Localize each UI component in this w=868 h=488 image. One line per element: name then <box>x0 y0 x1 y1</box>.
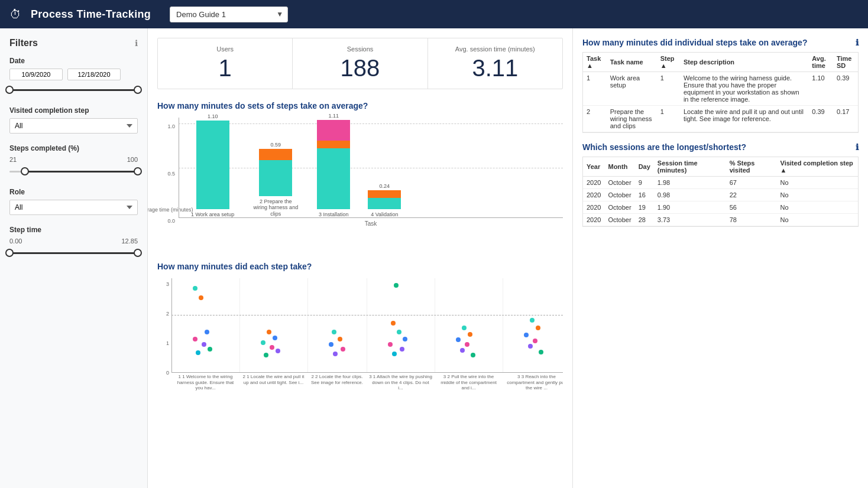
cell-pct-steps: 67 <box>726 177 777 189</box>
stats-row: Users 1 Sessions 188 Avg. session time (… <box>157 38 563 89</box>
cell-task-name: Prepare the wiring harness and clips <box>607 106 657 132</box>
scatter-chart-wrapper: Step time (minutes) <box>171 278 563 408</box>
avg-steps-table-wrapper[interactable]: Task ▲ Task name Step ▲ Step description… <box>582 52 859 133</box>
dot <box>333 352 338 356</box>
dot <box>332 330 336 334</box>
cell-step: 1 <box>657 106 680 132</box>
cell-month: October <box>604 214 634 226</box>
dot <box>460 348 465 353</box>
date-filter: Date <box>9 57 138 96</box>
users-stat: Users 1 <box>158 38 293 89</box>
cell-year: 2020 <box>583 201 604 214</box>
cell-year: 2020 <box>583 214 604 226</box>
filters-info-icon[interactable]: ℹ <box>135 38 138 48</box>
table-row: 2020 October 9 1.98 67 No <box>583 177 858 189</box>
col-description: Step description <box>680 53 808 72</box>
table-row: 2020 October 28 3.73 78 No <box>583 214 858 226</box>
step-time-slider[interactable] <box>9 247 138 259</box>
date-label: Date <box>9 57 138 65</box>
y-label-0.5: 0.5 <box>167 171 175 177</box>
table-row: 2020 October 19 1.90 56 No <box>583 201 858 214</box>
completion-step-select[interactable]: All <box>9 118 138 134</box>
bar-chart-section: How many minutes do sets of steps take o… <box>157 101 563 248</box>
dot <box>400 347 404 352</box>
dot <box>528 344 533 349</box>
scatter-chart-title: How many minutes did each step take? <box>157 262 563 271</box>
avg-session-label: Avg. session time (minutes) <box>438 45 553 53</box>
completion-step-label: Visited completion step <box>9 106 138 115</box>
dot <box>392 352 397 356</box>
table-row: 2020 October 16 0.98 22 No <box>583 189 858 201</box>
cell-completion: No <box>777 189 859 201</box>
bar-x-axis-label: Task <box>179 220 563 227</box>
dot <box>193 337 197 341</box>
bar-group-3: 1.11 3 Installation <box>317 113 350 217</box>
dot <box>264 353 268 357</box>
cell-day: 16 <box>635 189 654 201</box>
users-label: Users <box>167 45 283 53</box>
avg-steps-info-icon[interactable]: ℹ <box>856 38 859 47</box>
dot <box>530 318 535 323</box>
scatter-xlabel-2: 2 1 Locate the wire and pull it up and o… <box>239 373 307 392</box>
sessions-info-icon[interactable]: ℹ <box>856 142 859 152</box>
scatter-col-1 <box>172 278 240 372</box>
step-time-max-value: 12.85 <box>121 238 138 245</box>
bar-value-4: 0.24 <box>380 183 390 189</box>
dot <box>261 340 265 345</box>
cell-session-time: 1.90 <box>654 201 726 214</box>
sessions-stat: Sessions 188 <box>293 38 427 89</box>
dot <box>270 345 274 350</box>
date-range-slider[interactable] <box>9 84 138 96</box>
scatter-y-labels: 3 2 1 0 <box>157 278 169 408</box>
sessions-table-wrapper[interactable]: Year Month Day Session time (minutes) % … <box>582 157 859 227</box>
dot <box>205 330 209 334</box>
cell-time-sd: 0.17 <box>833 106 858 132</box>
bar-4-teal <box>368 198 401 209</box>
cell-day: 9 <box>635 177 654 189</box>
scatter-col-5 <box>435 278 503 372</box>
cell-pct-steps: 78 <box>726 214 777 226</box>
dot <box>468 332 472 337</box>
date-start-input[interactable] <box>9 69 63 80</box>
dot <box>397 330 401 334</box>
date-end-input[interactable] <box>67 69 121 80</box>
steps-completed-label: Steps completed (%) <box>9 144 138 152</box>
filters-title: Filters <box>9 38 38 48</box>
sessions-table: Year Month Day Session time (minutes) % … <box>583 157 858 226</box>
steps-max-value: 100 <box>127 156 138 163</box>
bar-label-4: 4 Validation <box>371 212 398 217</box>
sessions-value: 188 <box>302 55 417 82</box>
completion-step-filter: Visited completion step All <box>9 106 138 134</box>
scatter-xlabel-5: 3 2 Pull the wire into the middle of the… <box>435 373 503 392</box>
dot <box>471 353 475 357</box>
bar-3-teal <box>317 148 350 209</box>
col-session-time: Session time (minutes) <box>654 157 726 177</box>
dot <box>199 295 203 300</box>
dot <box>465 342 469 347</box>
steps-completed-slider[interactable] <box>9 165 138 177</box>
cell-year: 2020 <box>583 177 604 189</box>
scatter-x-labels: 1 1 Welcome to the wiring harness guide.… <box>171 373 563 392</box>
bar-3-pink <box>317 120 350 141</box>
col-year: Year <box>583 157 604 177</box>
bar-2-teal <box>259 160 292 196</box>
dot <box>196 350 200 355</box>
scatter-col-6 <box>503 278 563 372</box>
bar-value-3: 1.11 <box>329 113 339 119</box>
bar-value-2: 0.59 <box>271 142 281 148</box>
scatter-xlabel-3: 2 2 Locate the four clips. See image for… <box>307 373 367 392</box>
bar-2-orange <box>259 149 292 160</box>
bar-chart-title: How many minutes do sets of steps take o… <box>157 101 563 110</box>
avg-steps-table: Task ▲ Task name Step ▲ Step description… <box>583 53 858 132</box>
cell-completion: No <box>777 214 859 226</box>
bar-label-1: 1 Work area setup <box>191 212 234 217</box>
dot <box>524 333 529 337</box>
guide-dropdown[interactable]: Demo Guide 1 <box>170 6 288 22</box>
cell-time-sd: 0.39 <box>833 72 858 106</box>
role-select[interactable]: All <box>9 200 138 215</box>
col-step: Step ▲ <box>657 53 680 72</box>
dot <box>273 336 277 340</box>
dot <box>462 326 467 330</box>
col-completion-step: Visited completion step ▲ <box>777 157 859 177</box>
main-content: Users 1 Sessions 188 Avg. session time (… <box>148 28 572 488</box>
